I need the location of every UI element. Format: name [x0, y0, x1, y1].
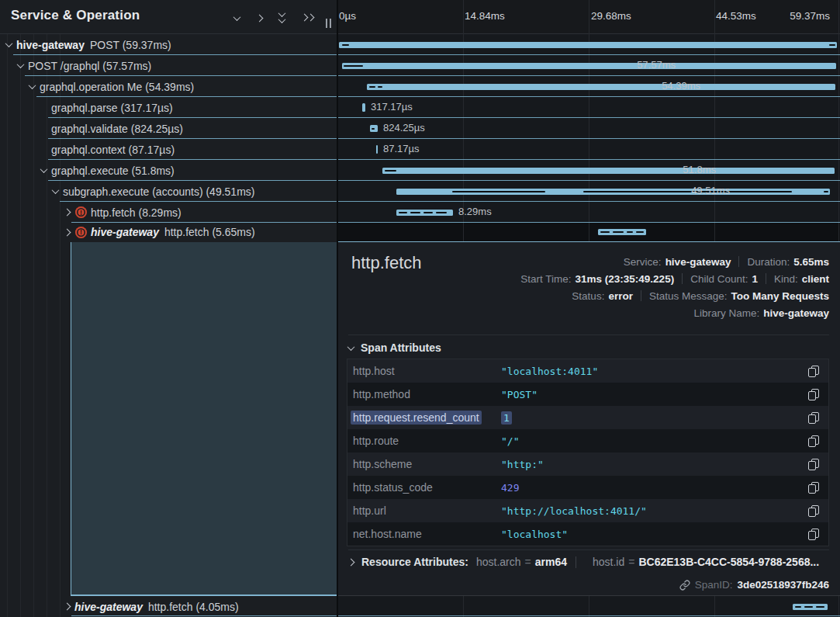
- span-id-row: SpanID: 3de02518937fb246: [679, 579, 829, 591]
- meta-label: Child Count:: [690, 273, 748, 285]
- chevron-down-icon[interactable]: [52, 186, 60, 194]
- span-label: hive-gatewayPOST (59.37ms): [16, 39, 171, 51]
- resource-key: host.arch: [476, 556, 521, 568]
- ruler-tick-label: 29.68ms: [591, 10, 631, 22]
- span-tree-row[interactable]: graphql.context (87.17µs): [0, 139, 337, 160]
- span-duration-bar[interactable]: [362, 103, 365, 112]
- attribute-key: http.request.resend_count: [347, 411, 501, 424]
- duration-label: 317.17µs: [371, 101, 413, 113]
- attribute-key: net.host.name: [347, 528, 501, 540]
- attribute-value: "/": [501, 435, 797, 447]
- meta-separator: [682, 273, 683, 284]
- span-tree-row[interactable]: hive-gatewayhttp.fetch (5.65ms): [0, 223, 337, 241]
- operation-name: http.fetch (8.29ms): [91, 206, 181, 219]
- span-tree-row[interactable]: graphql.execute (51.8ms): [0, 160, 337, 181]
- copy-icon[interactable]: [808, 435, 818, 447]
- meta-value: 5.65ms: [793, 256, 829, 268]
- attribute-row[interactable]: http.status_code429: [347, 476, 828, 499]
- span-tree-row[interactable]: hive-gatewayhttp.fetch (4.05ms): [0, 596, 337, 617]
- resource-attributes-title: Resource Attributes:: [361, 556, 468, 568]
- span-duration-bar[interactable]: [342, 63, 836, 69]
- child-span-mark: [804, 606, 813, 608]
- meta-label: Library Name:: [693, 307, 759, 319]
- timeline-ruler: 0µs14.84ms29.68ms44.53ms59.37ms: [337, 0, 840, 34]
- meta-value: 1: [752, 273, 758, 285]
- span-label: graphql.context (87.17µs): [51, 144, 175, 156]
- chevron-right-icon[interactable]: [64, 603, 71, 611]
- span-tree-row[interactable]: POST /graphql (57.57ms): [0, 55, 337, 76]
- child-span-mark: [452, 191, 545, 192]
- chevron-right-icon[interactable]: [64, 228, 71, 236]
- expand-one-icon[interactable]: [257, 10, 262, 24]
- attribute-row[interactable]: net.host.name"localhost": [347, 522, 828, 546]
- attribute-row[interactable]: http.url"http://localhost:4011/": [347, 499, 828, 522]
- collapse-all-icon[interactable]: [279, 12, 285, 23]
- chevron-down-icon[interactable]: [40, 165, 48, 173]
- copy-icon[interactable]: [808, 529, 818, 540]
- meta-value: hive-gateway: [763, 307, 829, 319]
- meta-value: client: [802, 273, 829, 285]
- span-duration-bar[interactable]: [339, 42, 837, 48]
- chevron-down-icon[interactable]: [17, 61, 25, 68]
- span-tree-row[interactable]: hive-gatewayPOST (59.37ms): [0, 34, 337, 55]
- copy-icon[interactable]: [808, 482, 818, 494]
- ruler-gridline: [463, 0, 464, 34]
- attribute-key: http.route: [347, 435, 501, 447]
- panel-resize-handle[interactable]: [324, 19, 332, 28]
- meta-separator: [766, 273, 766, 284]
- attribute-key: http.status_code: [347, 481, 501, 494]
- child-span-mark: [399, 212, 407, 213]
- operation-name: graphql.operation Me (54.39ms): [40, 81, 194, 93]
- span-tree-row[interactable]: subgraph.execute (accounts) (49.51ms): [0, 181, 337, 202]
- span-meta: Service:hive-gatewayDuration:5.65msStart…: [520, 253, 829, 321]
- span-tree-row[interactable]: graphql.parse (317.17µs): [0, 97, 337, 118]
- copy-icon[interactable]: [808, 412, 818, 424]
- meta-value: hive-gateway: [665, 256, 731, 268]
- span-tree-row[interactable]: graphql.operation Me (54.39ms): [0, 76, 337, 97]
- operation-name: graphql.validate (824.25µs): [51, 123, 183, 135]
- attribute-value: 429: [501, 482, 797, 494]
- child-span-mark: [829, 44, 835, 46]
- child-span-mark: [378, 86, 382, 88]
- collapse-one-icon[interactable]: [234, 10, 240, 24]
- attribute-row[interactable]: http.request.resend_count1: [347, 406, 828, 429]
- copy-icon[interactable]: [808, 459, 818, 470]
- expand-all-icon[interactable]: [302, 15, 313, 20]
- expanded-span-block-bottom-border: [71, 594, 337, 596]
- tree-header-icons: [234, 0, 313, 34]
- resource-attributes-row[interactable]: Resource Attributes: host.arch=arm64host…: [348, 556, 819, 568]
- bottom-row-separator: [337, 595, 840, 596]
- span-detail-title: http.fetch: [351, 253, 422, 273]
- equals-sign: =: [628, 556, 634, 568]
- span-tree-row[interactable]: graphql.validate (824.25µs): [0, 118, 337, 139]
- child-span-mark: [423, 212, 433, 213]
- expanded-span-block[interactable]: [71, 242, 337, 594]
- chevron-down-icon[interactable]: [5, 40, 13, 47]
- panel-divider[interactable]: [337, 0, 338, 617]
- service-name: hive-gateway: [16, 39, 85, 51]
- span-tree-row[interactable]: http.fetch (8.29ms): [0, 202, 337, 223]
- span-duration-bar[interactable]: [376, 145, 378, 154]
- meta-value: error: [608, 290, 633, 302]
- link-icon[interactable]: [679, 580, 690, 591]
- attribute-row[interactable]: http.method"POST": [347, 383, 828, 406]
- meta-label: Duration:: [747, 256, 790, 268]
- child-span-mark: [613, 231, 624, 233]
- child-span-mark: [410, 212, 420, 213]
- meta-separator: [738, 256, 739, 267]
- chevron-down-icon[interactable]: [29, 81, 36, 89]
- attribute-row[interactable]: http.host"localhost:4011": [347, 359, 828, 383]
- duration-label: 49.51ms: [691, 185, 730, 196]
- child-span-mark: [385, 170, 396, 172]
- copy-icon[interactable]: [808, 389, 818, 400]
- attribute-row[interactable]: http.route"/": [347, 429, 828, 452]
- span-duration-bar[interactable]: [382, 168, 835, 174]
- attribute-value: "localhost:4011": [501, 366, 797, 377]
- chevron-right-icon[interactable]: [64, 209, 71, 217]
- copy-icon[interactable]: [808, 366, 818, 377]
- span-duration-bar[interactable]: [367, 84, 835, 90]
- attribute-row[interactable]: http.scheme"http:": [347, 452, 828, 476]
- span-attributes-header[interactable]: Span Attributes: [348, 341, 441, 354]
- child-span-mark: [600, 231, 610, 233]
- copy-icon[interactable]: [808, 505, 818, 517]
